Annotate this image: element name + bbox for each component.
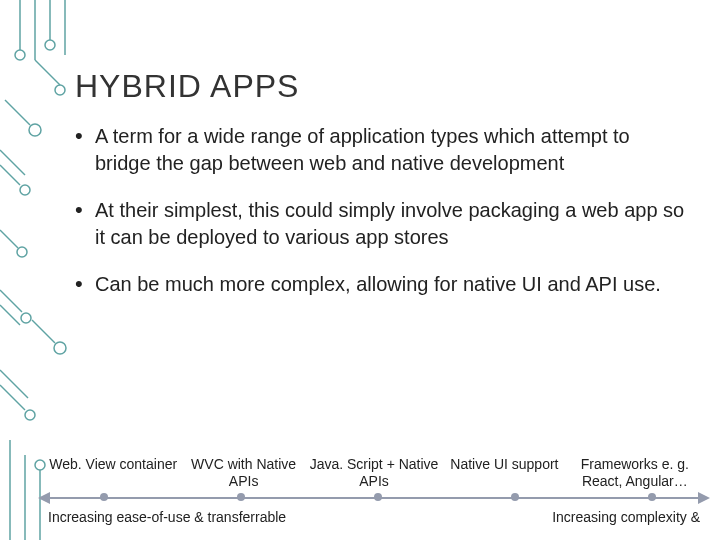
svg-point-7 <box>55 85 65 95</box>
spectrum-caption-left: Increasing ease-of-use & transferrable <box>48 509 286 527</box>
svg-line-8 <box>5 100 30 125</box>
spectrum-captions: Increasing ease-of-use & transferrable I… <box>48 509 700 527</box>
spectrum-labels: Web. View container WVC with Native APIs… <box>48 456 700 491</box>
svg-point-17 <box>21 313 31 323</box>
svg-line-21 <box>0 385 25 410</box>
svg-line-11 <box>0 165 20 185</box>
bullet-list: A term for a wide range of application t… <box>75 123 690 298</box>
svg-line-13 <box>0 230 18 248</box>
spectrum-label: Native UI support <box>439 456 569 474</box>
spectrum-label: Java. Script + Native APIs <box>309 456 439 491</box>
spectrum-label: WVC with Native APIs <box>178 456 308 491</box>
svg-point-5 <box>45 40 55 50</box>
bullet-item: At their simplest, this could simply inv… <box>75 197 690 251</box>
svg-point-19 <box>54 342 66 354</box>
slide-content: HYBRID APPS A term for a wide range of a… <box>75 68 690 318</box>
bullet-item: A term for a wide range of application t… <box>75 123 690 177</box>
spectrum-label: Web. View container <box>48 456 178 474</box>
spectrum-arrow-line <box>48 497 700 499</box>
svg-point-22 <box>25 410 35 420</box>
spectrum-caption-right: Increasing complexity & <box>552 509 700 527</box>
svg-line-6 <box>35 60 60 85</box>
svg-line-10 <box>0 150 25 175</box>
svg-point-9 <box>29 124 41 136</box>
bullet-item: Can be much more complex, allowing for n… <box>75 271 690 298</box>
spectrum-label: Frameworks e. g. React, Angular… <box>570 456 700 491</box>
svg-point-4 <box>15 50 25 60</box>
svg-point-26 <box>35 460 45 470</box>
svg-point-12 <box>20 185 30 195</box>
svg-line-20 <box>0 370 28 398</box>
spectrum-diagram: Web. View container WVC with Native APIs… <box>48 456 700 527</box>
slide-title: HYBRID APPS <box>75 68 690 105</box>
svg-line-16 <box>0 305 20 325</box>
svg-line-15 <box>0 290 22 312</box>
svg-point-14 <box>17 247 27 257</box>
svg-line-18 <box>32 320 55 343</box>
